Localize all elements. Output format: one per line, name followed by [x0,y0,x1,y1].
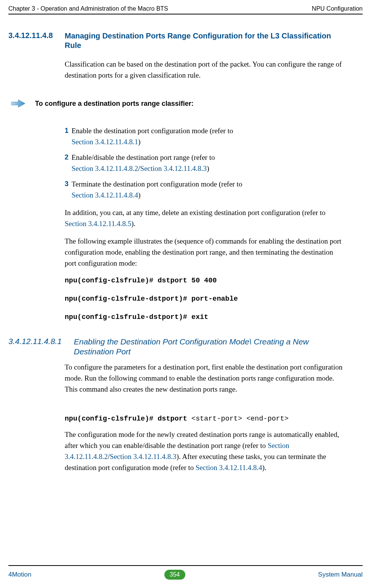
step-number: 3 [65,179,68,189]
xref-link[interactable]: Section 3.4.12.11.4.8.2 [72,164,138,172]
step-2: 2 Enable/disable the destination port ra… [72,152,346,174]
step-text: Enable/disable the destination port rang… [72,153,215,161]
subsection-p2: The configuration mode for the newly cre… [65,429,346,473]
xref-link[interactable]: Section 3.4.12.11.4.8.1 [72,138,138,146]
page-number-badge: 354 [164,570,185,580]
section-title: Managing Destination Ports Range Configu… [65,31,348,50]
addition-paragraph: In addition, you can, at any time, delet… [65,207,346,229]
cmd-bold: npu(config-clsfrule)# dstport [65,415,191,423]
footer-rule [8,565,363,566]
step-after: ) [207,164,209,172]
page-footer: 4Motion 354 System Manual [8,570,363,580]
cmd-args: <start-port> <end-port> [191,415,288,423]
arrow-right-icon [11,99,25,107]
xref-link[interactable]: Section 3.4.12.11.4.8.3 [140,164,207,172]
header-rule [8,14,363,14]
step-1: 1 Enable the destination port configurat… [72,126,346,147]
code-line-3: npu(config-clsfrule-dstport)# exit [65,312,346,323]
section-number: 3.4.12.11.4.8 [8,31,53,40]
code-line-1: npu(config-clsfrule)# dstport 50 400 [65,276,346,286]
step-number: 1 [65,126,68,136]
step-after: ) [138,191,140,199]
p2-c: ). [262,464,266,472]
xref-link[interactable]: Section 3.4.12.11.4.8.3 [110,453,177,461]
to-configure-heading: To configure a destination ports range c… [35,100,194,108]
subsection-command: npu(config-clsfrule)# dstport <start-por… [65,413,346,424]
subsection-number: 3.4.12.11.4.8.1 [8,337,62,346]
step-text: Enable the destination port configuratio… [72,127,233,135]
xref-link[interactable]: Section 3.4.12.11.4.8.5 [65,220,131,228]
page-header: Chapter 3 - Operation and Administration… [8,5,363,12]
addition-text-b: ). [131,220,135,228]
step-3: 3 Terminate the destination port configu… [72,179,346,201]
xref-link[interactable]: Section 3.4.12.11.4.8.4 [196,464,262,472]
subsection-title: Enabling the Destination Port Configurat… [74,337,348,357]
section-intro: Classification can be based on the desti… [65,59,346,81]
svg-marker-0 [11,100,25,107]
p2-a: The configuration mode for the newly cre… [65,430,339,449]
subsection-p1: To configure the parameters for a destin… [65,362,346,395]
xref-link[interactable]: Section 3.4.12.11.4.8.4 [72,191,138,199]
example-paragraph: The following example illustrates the (s… [65,236,346,269]
step-text: Terminate the destination port configura… [72,180,242,188]
addition-text-a: In addition, you can, at any time, delet… [65,209,325,217]
header-chapter: Chapter 3 - Operation and Administration… [8,5,168,12]
footer-left: 4Motion [8,571,31,578]
step-number: 2 [65,152,68,163]
footer-right: System Manual [318,571,363,578]
code-line-2: npu(config-clsfrule-dstport)# port-enabl… [65,294,346,304]
step-after: ) [138,138,140,146]
header-subject: NPU Configuration [312,5,363,12]
